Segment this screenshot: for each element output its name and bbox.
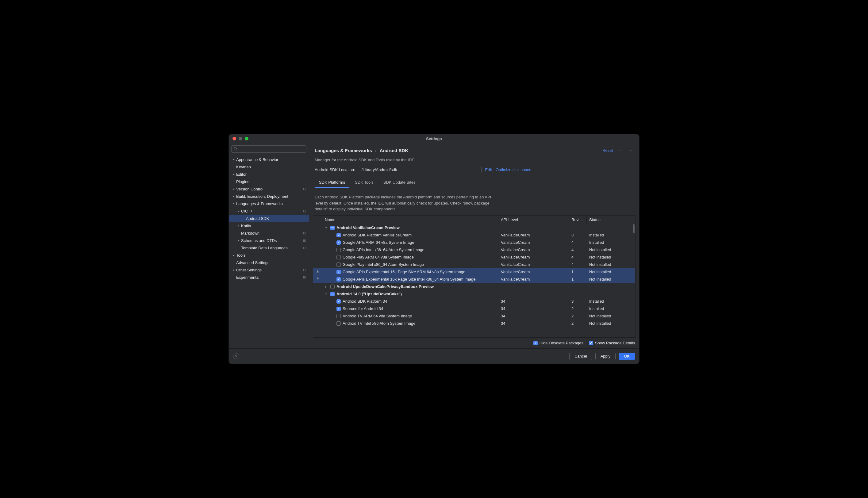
sdk-group-row[interactable]: ▾Android VanillaIceCream Preview <box>313 224 635 232</box>
row-name-cell: Google APIs Experimental 16k Page Size A… <box>323 270 498 274</box>
sidebar-item[interactable]: ▸C/C++⊟ <box>229 207 309 215</box>
checkbox[interactable] <box>337 240 341 245</box>
cancel-button[interactable]: Cancel <box>569 353 592 360</box>
sdk-item-row[interactable]: Android SDK Platform 34343Installed <box>313 298 635 305</box>
search-field[interactable] <box>239 147 304 151</box>
sdk-item-row[interactable]: Android SDK Platform VanillaIceCreamVani… <box>313 232 635 239</box>
sdk-location-label: Android SDK Location: <box>315 168 355 172</box>
row-rev: 1 <box>569 277 587 281</box>
sdk-item-row[interactable]: Google APIs ARM 64 v8a System ImageVanil… <box>313 239 635 246</box>
chevron-right-icon: ▸ <box>231 187 236 191</box>
help-button[interactable]: ? <box>233 353 239 359</box>
checkbox[interactable] <box>337 277 341 281</box>
checkbox[interactable] <box>330 226 334 230</box>
chevron-right-icon[interactable]: ▸ <box>324 285 328 288</box>
row-status: Not installed <box>587 255 635 259</box>
breadcrumb: Languages & Frameworks › Android SDK <box>315 148 408 153</box>
row-status: Installed <box>587 306 635 311</box>
tab[interactable]: SDK Tools <box>351 178 378 188</box>
checkbox-icon <box>534 341 538 345</box>
row-status: Not installed <box>587 248 635 252</box>
sidebar-item-label: Advanced Settings <box>236 260 306 265</box>
chevron-right-icon: ▸ <box>231 253 236 257</box>
window-title: Settings <box>229 136 639 141</box>
checkbox-icon <box>589 341 593 345</box>
sidebar-item[interactable]: Keymap <box>229 163 309 170</box>
sidebar-item[interactable]: Experimental⊟ <box>229 274 309 281</box>
hide-obsolete-checkbox[interactable]: Hide Obsolete Packages <box>534 341 583 345</box>
row-rev: 2 <box>569 306 587 311</box>
sidebar-item-label: Schemas and DTDs <box>241 238 303 243</box>
sidebar-item[interactable]: Markdown⊟ <box>229 230 309 237</box>
sdk-item-row[interactable]: Android TV ARM 64 v8a System Image342Not… <box>313 313 635 320</box>
sdk-item-row[interactable]: Google APIs Intel x86_64 Atom System Ima… <box>313 246 635 253</box>
edit-link[interactable]: Edit <box>485 168 492 172</box>
sidebar-item[interactable]: ▸Version Control⊟ <box>229 185 309 193</box>
search-input[interactable] <box>231 145 306 153</box>
show-details-checkbox[interactable]: Show Package Details <box>589 341 635 345</box>
sdk-item-row[interactable]: Android TV Intel x86 Atom System Image34… <box>313 320 635 327</box>
sidebar-item[interactable]: ▾Languages & Frameworks <box>229 200 309 207</box>
col-status[interactable]: Status <box>587 215 635 224</box>
sidebar-item[interactable]: Advanced Settings <box>229 259 309 266</box>
checkbox[interactable] <box>337 255 341 259</box>
scrollbar[interactable] <box>633 224 635 233</box>
checkbox[interactable] <box>337 307 341 311</box>
sdk-group-row[interactable]: ▾Android 14.0 ("UpsideDownCake") <box>313 290 635 298</box>
row-name-label: Google APIs Intel x86_64 Atom System Ima… <box>343 248 424 252</box>
chevron-down-icon[interactable]: ▾ <box>324 292 328 296</box>
chevron-right-icon: ▸ <box>231 195 236 198</box>
col-name[interactable]: Name <box>323 215 498 224</box>
sidebar-item[interactable]: ▸Schemas and DTDs⊟ <box>229 237 309 244</box>
sidebar-item[interactable]: ▸Kotlin <box>229 222 309 230</box>
sidebar-item[interactable]: Android SDK <box>229 215 309 222</box>
checkbox[interactable] <box>330 292 334 296</box>
checkbox[interactable] <box>337 299 341 304</box>
ok-button[interactable]: OK <box>619 353 635 360</box>
sdk-item-row[interactable]: Google Play ARM 64 v8a System ImageVanil… <box>313 253 635 261</box>
sidebar-item[interactable]: ▸Appearance & Behavior <box>229 156 309 163</box>
sidebar-item[interactable]: ▸Build, Execution, Deployment <box>229 193 309 200</box>
tab[interactable]: SDK Platforms <box>315 178 349 188</box>
sdk-table: Name API Level Revi... Status ▾Android V… <box>313 215 635 338</box>
checkbox[interactable] <box>337 322 341 326</box>
reset-link[interactable]: Reset <box>602 148 613 153</box>
row-status: Not installed <box>587 277 635 281</box>
row-name-cell: Google APIs ARM 64 v8a System Image <box>323 240 498 245</box>
sidebar-item[interactable]: Template Data Languages⊟ <box>229 244 309 251</box>
col-revision[interactable]: Revi... <box>569 215 587 224</box>
sidebar-item[interactable]: ▸Tools <box>229 251 309 259</box>
checkbox[interactable] <box>337 314 341 318</box>
sdk-location-input[interactable] <box>359 166 482 173</box>
optimize-link[interactable]: Optimize disk space <box>496 168 531 172</box>
sdk-item-row[interactable]: Google APIs Experimental 16k Page Size A… <box>313 268 635 276</box>
checkbox[interactable] <box>337 262 341 267</box>
checkbox[interactable] <box>337 270 341 274</box>
back-icon[interactable]: ← <box>617 147 623 153</box>
sidebar-item[interactable]: ▸Editor <box>229 170 309 178</box>
row-name-cell: Android TV Intel x86 Atom System Image <box>323 321 498 326</box>
table-body[interactable]: ▾Android VanillaIceCream PreviewAndroid … <box>313 224 635 338</box>
sdk-item-row[interactable]: Sources for Android 34342Installed <box>313 305 635 313</box>
sidebar-item[interactable]: ▸Other Settings⊟ <box>229 266 309 274</box>
show-details-label: Show Package Details <box>595 341 635 345</box>
row-name-label: Android UpsideDownCakePrivacySandbox Pre… <box>337 284 434 289</box>
checkbox[interactable] <box>337 233 341 237</box>
checkbox[interactable] <box>337 248 341 252</box>
sdk-group-row[interactable]: ▸Android UpsideDownCakePrivacySandbox Pr… <box>313 283 635 290</box>
sidebar-item-label: Other Settings <box>236 268 303 272</box>
titlebar: Settings <box>229 134 639 143</box>
sidebar-item-label: Keymap <box>236 165 306 169</box>
sdk-item-row[interactable]: Google Play Intel x86_64 Atom System Ima… <box>313 261 635 268</box>
tab[interactable]: SDK Update Sites <box>379 178 420 188</box>
chevron-down-icon[interactable]: ▾ <box>324 226 328 230</box>
row-status: Not installed <box>587 321 635 326</box>
download-icon <box>316 277 320 281</box>
sidebar-item[interactable]: Plugins <box>229 178 309 185</box>
col-api-level[interactable]: API Level <box>498 215 569 224</box>
sdk-item-row[interactable]: Google APIs Experimental 16k Page Size I… <box>313 276 635 283</box>
apply-button[interactable]: Apply <box>595 353 616 360</box>
forward-icon[interactable]: → <box>627 147 634 153</box>
settings-tree[interactable]: ▸Appearance & BehaviorKeymap▸EditorPlugi… <box>229 155 309 348</box>
checkbox[interactable] <box>330 285 334 289</box>
